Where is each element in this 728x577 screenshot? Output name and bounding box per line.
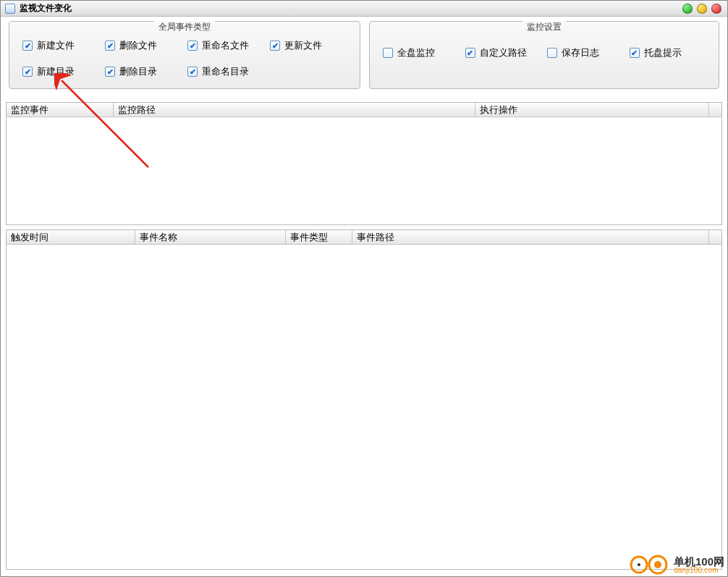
monitor-rules-body[interactable]	[7, 117, 721, 224]
col-event-name[interactable]: 事件名称	[135, 230, 286, 244]
col-event-type[interactable]: 事件类型	[286, 230, 352, 244]
checkbox-icon	[383, 48, 393, 58]
global-event-types-legend: 全局事件类型	[154, 21, 215, 33]
checkbox-icon	[547, 48, 557, 58]
event-log-body[interactable]	[7, 245, 721, 569]
close-button[interactable]	[711, 4, 721, 14]
check-label: 删除文件	[119, 39, 157, 52]
event-log-header: 触发时间 事件名称 事件类型 事件路径	[7, 230, 721, 245]
check-label: 托盘提示	[644, 46, 682, 59]
monitor-settings-legend: 监控设置	[522, 21, 566, 33]
col-trigger-time[interactable]: 触发时间	[7, 230, 135, 244]
window-title: 监视文件变化	[20, 2, 72, 14]
checkbox-icon	[630, 48, 640, 58]
app-icon	[5, 4, 15, 14]
check-label: 新建文件	[37, 39, 75, 52]
check-label: 新建目录	[37, 65, 75, 78]
check-label: 保存日志	[562, 46, 599, 59]
check-label: 自定义路径	[480, 46, 527, 59]
checkbox-icon	[22, 67, 33, 77]
checkbox-icon	[105, 67, 115, 77]
check-custom-path[interactable]: 自定义路径	[465, 46, 542, 59]
titlebar: 监视文件变化	[1, 1, 727, 17]
check-label: 全盘监控	[397, 46, 435, 59]
checkbox-icon	[187, 41, 198, 51]
checkbox-icon	[187, 67, 198, 77]
checkbox-icon	[465, 48, 475, 58]
monitor-rules-table[interactable]: 监控事件 监控路径 执行操作	[6, 102, 722, 225]
col-action-label: 执行操作	[480, 104, 517, 115]
monitor-rules-header: 监控事件 监控路径 执行操作	[7, 103, 721, 117]
col-action[interactable]: 执行操作	[475, 103, 721, 117]
header-stub	[708, 230, 721, 244]
check-full-disk-monitor[interactable]: 全盘监控	[383, 46, 460, 59]
header-stub	[708, 103, 721, 117]
window-controls	[682, 4, 721, 14]
check-create-file[interactable]: 新建文件	[22, 39, 99, 52]
check-delete-file[interactable]: 删除文件	[105, 39, 182, 52]
check-update-file[interactable]: 更新文件	[270, 39, 347, 52]
global-event-types-group: 全局事件类型 新建文件 删除文件 重命名文件 更新文件	[9, 21, 360, 89]
check-rename-file[interactable]: 重命名文件	[187, 39, 264, 52]
check-label: 重命名文件	[202, 39, 249, 52]
check-rename-dir[interactable]: 重命名目录	[187, 65, 264, 78]
checkbox-icon	[270, 41, 280, 51]
event-type-grid: 新建文件 删除文件 重命名文件 更新文件 新建目录	[22, 39, 347, 78]
monitor-settings-grid: 全盘监控 自定义路径 保存日志 托盘提示	[383, 46, 706, 59]
content-area: 全局事件类型 新建文件 删除文件 重命名文件 更新文件	[1, 17, 727, 576]
check-label: 重命名目录	[202, 65, 249, 78]
col-event-path-label: 事件路径	[357, 232, 394, 243]
check-delete-dir[interactable]: 删除目录	[105, 65, 182, 78]
col-monitor-path[interactable]: 监控路径	[114, 103, 475, 117]
check-label: 删除目录	[119, 65, 157, 78]
check-tray-notify[interactable]: 托盘提示	[630, 46, 706, 59]
minimize-button[interactable]	[682, 4, 693, 14]
check-save-log[interactable]: 保存日志	[547, 46, 624, 59]
groupbox-row: 全局事件类型 新建文件 删除文件 重命名文件 更新文件	[1, 17, 727, 90]
monitor-settings-group: 监控设置 全盘监控 自定义路径 保存日志 托盘提示	[369, 21, 719, 89]
checkbox-icon	[22, 41, 33, 51]
col-event-path[interactable]: 事件路径	[352, 230, 721, 244]
col-monitor-event[interactable]: 监控事件	[7, 103, 114, 117]
checkbox-icon	[105, 41, 115, 51]
check-label: 更新文件	[284, 39, 322, 52]
event-log-table[interactable]: 触发时间 事件名称 事件类型 事件路径	[6, 229, 722, 570]
maximize-button[interactable]	[697, 4, 707, 14]
check-create-dir[interactable]: 新建目录	[22, 65, 99, 78]
